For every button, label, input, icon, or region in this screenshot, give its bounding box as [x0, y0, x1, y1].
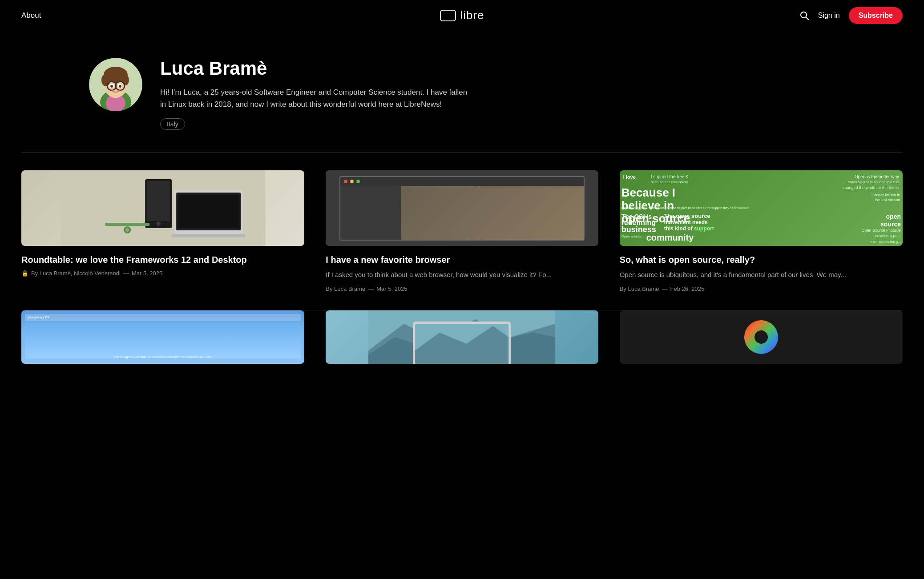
article-thumbnail [21, 170, 304, 246]
article-date: Feb 26, 2025 [670, 285, 705, 292]
svg-point-20 [156, 221, 161, 226]
wc-word: provides a po... [873, 233, 901, 239]
article-meta: 🔒 By Luca Bramè, Niccolò Venerandi — Mar… [21, 270, 304, 277]
wc-word: Open Source Initiative [861, 228, 901, 233]
wc-word: from across the g... [871, 240, 901, 244]
profile-section: Luca Bramè Hi! I'm Luca, a 25 years-old … [0, 31, 924, 152]
browser-sidebar [340, 186, 401, 240]
article-excerpt: Open source is ubiquitous, and it's a fu… [620, 270, 903, 280]
subscribe-button[interactable]: Subscribe [849, 7, 903, 24]
elem-bar: elementary OS [25, 314, 301, 321]
nav-left: About [21, 11, 41, 20]
wc-word: open source movement [651, 180, 688, 185]
article-date: Mar 5, 2025 [376, 285, 407, 292]
article-card[interactable]: I love I support the free & open source … [609, 170, 903, 310]
svg-point-9 [122, 75, 129, 85]
article-thumbnail [326, 170, 598, 246]
wc-word: source [880, 220, 901, 228]
wordcloud: I love I support the free & open source … [620, 170, 903, 246]
avatar [89, 58, 142, 111]
svg-point-27 [125, 228, 129, 232]
wc-word: I want to help the OSI because it is tim… [621, 206, 750, 210]
elementary-screenshot: elementary OS The thoughtful, capable, a… [21, 310, 304, 364]
article-card[interactable] [315, 310, 609, 373]
wc-word: the OSI mission [875, 198, 900, 202]
article-title: I have a new favorite browser [326, 254, 598, 265]
wc-word: I support the free & [651, 174, 689, 180]
article-separator: — [368, 285, 374, 292]
svg-point-36 [755, 330, 768, 344]
avatar-wrap [89, 58, 142, 111]
lock-icon: 🔒 [21, 270, 28, 277]
wc-word: Open source [621, 234, 642, 239]
article-date: Mar 5, 2025 [132, 270, 162, 277]
article-thumbnail [620, 310, 903, 364]
article-author: By Luca Bramè [326, 285, 365, 292]
profile-info: Luca Bramè Hi! I'm Luca, a 25 years-old … [160, 58, 835, 130]
profile-bio: Hi! I'm Luca, a 25 years-old Software En… [160, 86, 472, 110]
dot-green [356, 180, 360, 183]
svg-rect-23 [172, 234, 245, 237]
nav-logo[interactable]: libre [440, 8, 484, 22]
article-card[interactable] [609, 310, 903, 373]
article-author: By Luca Bramè [620, 285, 659, 292]
about-link[interactable]: About [21, 11, 41, 20]
svg-rect-24 [178, 195, 238, 228]
svg-rect-25 [105, 223, 149, 226]
logo-text: libre [460, 8, 484, 22]
logo-icon [440, 10, 456, 21]
browser-screen [339, 176, 585, 241]
elem-bar-text: elementary OS [28, 316, 49, 319]
article-card[interactable]: elementary OS The thoughtful, capable, a… [21, 310, 315, 373]
svg-point-15 [110, 85, 113, 88]
circle-graphic [620, 310, 903, 364]
browser-main [401, 186, 584, 240]
article-title: Roundtable: we love the Frameworks 12 an… [21, 254, 304, 265]
svg-point-16 [119, 85, 121, 88]
article-meta: By Luca Bramè — Mar 5, 2025 [326, 285, 598, 292]
signin-button[interactable]: Sign in [818, 12, 840, 20]
article-card[interactable]: Roundtable: we love the Frameworks 12 an… [21, 170, 315, 310]
articles-row2: elementary OS The thoughtful, capable, a… [0, 310, 924, 373]
profile-name: Luca Bramè [160, 58, 835, 79]
svg-point-8 [101, 74, 110, 86]
browser-content [340, 186, 584, 240]
articles-section: Roundtable: we love the Frameworks 12 an… [0, 153, 924, 310]
svg-line-1 [806, 17, 808, 20]
elem-desktop [25, 323, 301, 358]
article-thumbnail: I love I support the free & open source … [620, 170, 903, 246]
elem-subtitle: The thoughtful, capable, and ethical rep… [114, 355, 212, 358]
article-thumbnail [326, 310, 598, 364]
svg-rect-19 [147, 181, 170, 221]
search-icon[interactable] [799, 11, 809, 20]
wc-word: Open is the better way [855, 174, 899, 180]
article-thumbnail: elementary OS The thoughtful, capable, a… [21, 310, 304, 364]
wc-word: I deeply believe in [872, 193, 900, 197]
dot-yellow [350, 180, 354, 183]
article-meta: By Luca Bramè — Feb 26, 2025 [620, 285, 903, 292]
dot-red [344, 180, 347, 183]
wc-word: changed the world for the better [843, 185, 899, 191]
navbar: About libre Sign in Subscribe [0, 0, 924, 31]
article-separator: — [123, 270, 129, 277]
profile-location: Italy [160, 118, 185, 130]
wc-word: I love [623, 174, 636, 180]
wc-word: Open Source is an idea that has [848, 180, 899, 185]
nav-right: Sign in Subscribe [799, 7, 903, 24]
article-excerpt: If I asked you to think about a web brow… [326, 270, 598, 280]
article-title: So, what is open source, really? [620, 254, 903, 265]
articles-grid: Roundtable: we love the Frameworks 12 an… [21, 170, 903, 310]
article-author: By Luca Bramè, Niccolò Venerandi [31, 270, 121, 277]
wc-word: community [646, 232, 694, 243]
article-separator: — [662, 285, 668, 292]
article-card[interactable]: I have a new favorite browser If I asked… [315, 170, 609, 310]
wc-word: open [886, 213, 901, 221]
